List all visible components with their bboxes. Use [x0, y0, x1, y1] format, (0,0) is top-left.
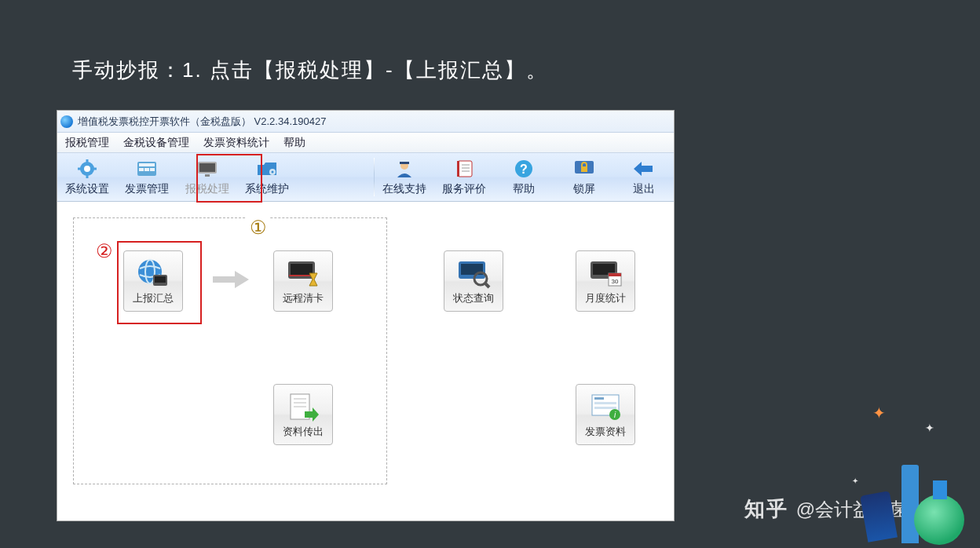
content-area: ① ② 上报汇总 远程清卡 状态查询 3 — [57, 202, 674, 521]
help-icon: ? — [512, 159, 536, 179]
svg-rect-10 — [150, 168, 155, 171]
svg-text:30: 30 — [612, 278, 619, 285]
svg-rect-48 — [594, 397, 604, 400]
svg-rect-8 — [139, 168, 144, 171]
tile-label: 月度统计 — [585, 291, 626, 305]
doc-arrow-out-icon — [286, 391, 320, 422]
instruction-text: 手动抄报：1. 点击【报税处理】-【上报汇总】。 — [72, 57, 548, 84]
app-icon — [60, 115, 73, 128]
monthly-stats-tile[interactable]: 30 月度统计 — [576, 250, 635, 312]
svg-point-1 — [84, 166, 90, 172]
support-person-icon — [393, 159, 416, 179]
monitor-calendar-icon: 30 — [588, 258, 623, 289]
toolbar-label: 发票管理 — [125, 182, 169, 196]
exit-button[interactable]: 退出 — [614, 153, 674, 201]
system-settings-button[interactable]: 系统设置 — [57, 153, 117, 201]
service-rating-button[interactable]: 服务评价 — [434, 153, 494, 201]
lock-button[interactable]: 锁屏 — [554, 153, 614, 201]
watermark-author: @会计益生菌 — [796, 497, 909, 522]
invoice-mgmt-button[interactable]: 发票管理 — [117, 153, 177, 201]
svg-rect-19 — [457, 161, 459, 177]
data-export-tile[interactable]: 资料传出 — [273, 384, 333, 445]
sparkle-icon: ✦ — [852, 477, 858, 485]
menu-invoice-stat[interactable]: 发票资料统计 — [203, 136, 269, 150]
window-title: 增值税发票税控开票软件（金税盘版） V2.2.34.190427 — [78, 115, 326, 129]
online-support-button[interactable]: 在线支持 — [375, 153, 434, 201]
svg-rect-3 — [86, 175, 89, 178]
toolbar-label: 帮助 — [513, 182, 535, 196]
decorative-art: ✦ ✦ ✦ — [839, 391, 980, 548]
svg-rect-49 — [594, 402, 616, 404]
toolbar-label: 系统设置 — [65, 182, 109, 196]
svg-line-37 — [485, 283, 489, 287]
svg-rect-41 — [609, 273, 621, 276]
svg-rect-18 — [458, 161, 472, 177]
svg-rect-17 — [400, 162, 409, 164]
monitor-magnify-icon — [456, 258, 491, 289]
gear-icon — [75, 159, 99, 179]
svg-text:?: ? — [520, 163, 528, 176]
app-window: 增值税发票税控开票软件（金税盘版） V2.2.34.190427 报税管理 金税… — [57, 110, 675, 521]
svg-rect-50 — [594, 407, 616, 409]
annotation-2: ② — [96, 240, 113, 262]
toolbar: 系统设置 发票管理 报税处理 系统维护 在线支持 服务评价 ? 帮助 — [57, 153, 674, 202]
remote-clear-tile[interactable]: 远程清卡 — [273, 250, 333, 312]
arrow-icon — [211, 269, 250, 290]
spreadsheet-icon — [135, 159, 159, 179]
toolbar-label: 服务评价 — [442, 182, 486, 196]
back-arrow-icon — [632, 159, 656, 179]
status-query-tile[interactable]: 状态查询 — [444, 250, 503, 312]
menubar: 报税管理 金税设备管理 发票资料统计 帮助 — [57, 133, 674, 153]
highlight-box-tax-process — [196, 154, 262, 203]
svg-rect-5 — [93, 167, 97, 170]
watermark: 知乎 @会计益生菌 — [744, 495, 909, 523]
toolbar-label: 退出 — [633, 182, 655, 196]
tile-label: 发票资料 — [585, 425, 626, 439]
zhihu-logo: 知乎 — [744, 495, 788, 523]
titlebar: 增值税发票税控开票软件（金税盘版） V2.2.34.190427 — [57, 111, 674, 133]
menu-device-mgmt[interactable]: 金税设备管理 — [123, 136, 189, 150]
invoice-data-tile[interactable]: i 发票资料 — [576, 384, 635, 445]
notebook-icon — [452, 159, 476, 179]
annotation-1: ① — [247, 217, 270, 239]
menu-tax-mgmt[interactable]: 报税管理 — [65, 136, 109, 150]
sparkle-icon: ✦ — [872, 404, 886, 422]
help-button[interactable]: ? 帮助 — [494, 153, 554, 201]
lock-monitor-icon — [572, 159, 596, 179]
menu-help[interactable]: 帮助 — [283, 136, 305, 150]
tile-label: 资料传出 — [283, 425, 324, 439]
monitor-hourglass-icon — [286, 258, 320, 289]
tile-label: 状态查询 — [453, 291, 494, 305]
tile-label: 远程清卡 — [283, 291, 324, 305]
invoice-icon: i — [588, 391, 623, 422]
svg-rect-9 — [144, 168, 149, 171]
toolbar-label: 锁屏 — [573, 182, 595, 196]
sparkle-icon: ✦ — [925, 422, 934, 434]
svg-rect-7 — [139, 163, 155, 166]
flask-icon — [914, 495, 964, 545]
svg-point-15 — [271, 170, 273, 173]
highlight-box-report-summary — [117, 241, 202, 324]
svg-rect-4 — [78, 167, 81, 170]
svg-rect-26 — [581, 166, 587, 172]
svg-rect-2 — [86, 159, 89, 163]
toolbar-label: 在线支持 — [382, 182, 426, 196]
